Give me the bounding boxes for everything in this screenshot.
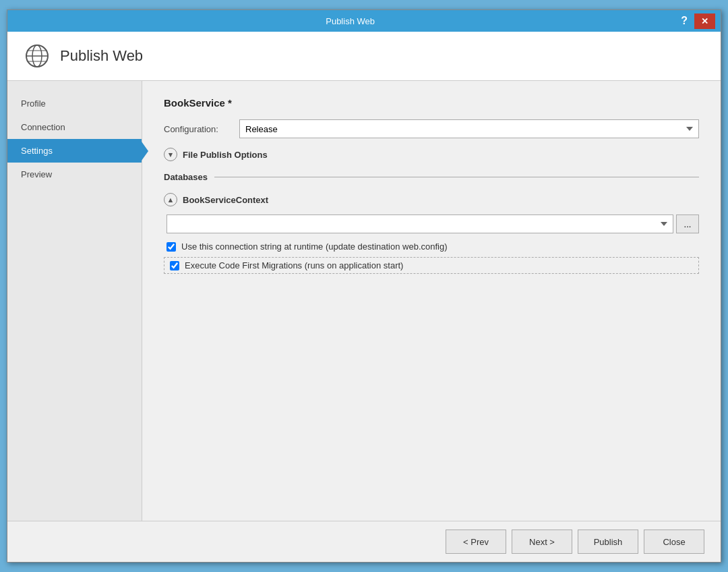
body-area: Profile Connection Settings Preview Book… xyxy=(7,81,721,521)
globe-icon xyxy=(24,42,51,69)
header-area: Publish Web xyxy=(7,32,721,81)
close-button[interactable]: Close xyxy=(644,530,704,554)
section-title: BookService * xyxy=(164,97,699,109)
db-connection-row: ... xyxy=(164,214,699,233)
next-button[interactable]: Next > xyxy=(512,530,572,554)
prev-button[interactable]: < Prev xyxy=(446,530,506,554)
execute-migrations-row: Execute Code First Migrations (runs on a… xyxy=(164,257,699,274)
databases-header: Databases xyxy=(164,172,699,182)
use-connection-string-checkbox[interactable] xyxy=(166,242,176,252)
sidebar: Profile Connection Settings Preview xyxy=(7,81,142,521)
databases-section: Databases ▲ BookServiceContext ... xyxy=(164,172,699,274)
file-publish-options-label: File Publish Options xyxy=(183,150,268,160)
collapse-icon: ▾ xyxy=(164,148,177,161)
execute-migrations-label: Execute Code First Migrations (runs on a… xyxy=(185,260,403,270)
db-context-header[interactable]: ▲ BookServiceContext xyxy=(164,193,699,206)
db-connection-select[interactable] xyxy=(166,214,673,233)
title-bar: Publish Web ? ✕ xyxy=(7,10,721,32)
use-connection-string-row: Use this connection string at runtime (u… xyxy=(164,241,699,252)
configuration-select[interactable]: Release Debug xyxy=(239,119,699,138)
use-connection-string-label: Use this connection string at runtime (u… xyxy=(181,241,448,252)
execute-migrations-checkbox[interactable] xyxy=(170,261,179,270)
file-publish-options-header[interactable]: ▾ File Publish Options xyxy=(164,148,699,161)
header-title: Publish Web xyxy=(60,47,143,65)
publish-button[interactable]: Publish xyxy=(578,530,638,554)
sidebar-item-settings[interactable]: Settings xyxy=(7,139,142,163)
db-collapse-icon: ▲ xyxy=(164,193,177,206)
configuration-row: Configuration: Release Debug xyxy=(164,119,699,138)
databases-label: Databases xyxy=(164,172,208,182)
sidebar-item-profile[interactable]: Profile xyxy=(7,92,142,115)
publish-web-dialog: Publish Web ? ✕ Publish Web Profile Co xyxy=(7,9,721,563)
footer: < Prev Next > Publish Close xyxy=(7,521,721,562)
sidebar-item-preview[interactable]: Preview xyxy=(7,163,142,186)
main-content: BookService * Configuration: Release Deb… xyxy=(142,81,721,521)
close-title-button[interactable]: ✕ xyxy=(694,13,715,29)
databases-divider xyxy=(214,177,699,177)
db-browse-button[interactable]: ... xyxy=(676,214,699,233)
title-bar-controls: ? ✕ xyxy=(677,13,715,29)
help-button[interactable]: ? xyxy=(677,13,692,28)
sidebar-item-connection[interactable]: Connection xyxy=(7,115,142,139)
db-context-label: BookServiceContext xyxy=(183,195,268,205)
configuration-label: Configuration: xyxy=(164,124,231,134)
title-bar-title: Publish Web xyxy=(40,16,661,26)
